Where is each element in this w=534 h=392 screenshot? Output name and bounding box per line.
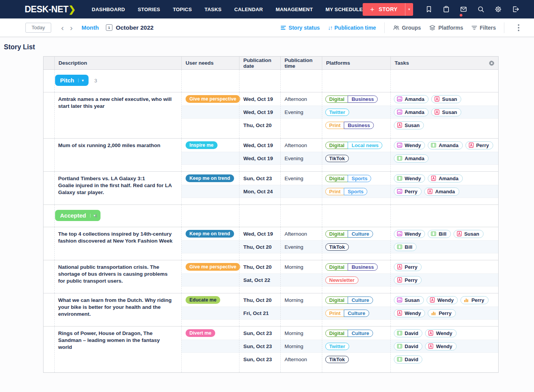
- platform-badge[interactable]: DigitalBusiness: [325, 263, 378, 271]
- task-chip[interactable]: Perry: [394, 276, 422, 284]
- task-chip[interactable]: Susan: [454, 230, 484, 238]
- user-need-badge[interactable]: Keep me on trend: [186, 230, 234, 238]
- task-chip[interactable]: Amanda: [424, 188, 459, 196]
- story-row[interactable]: Educate me Thu, Oct 20 Morning DigitalCu…: [44, 293, 498, 326]
- task-chip[interactable]: Perry: [394, 188, 422, 196]
- settings-gear-icon[interactable]: [494, 5, 502, 13]
- story-row[interactable]: Give me perspective Thu, Oct 20 Morning …: [44, 260, 498, 293]
- next-period-button[interactable]: ›: [70, 23, 73, 32]
- story-row[interactable]: Keep me on trend Sun, Oct 23 Evening Dig…: [44, 171, 498, 204]
- platform-badge[interactable]: DigitalSports: [325, 175, 371, 182]
- user-need-badge[interactable]: Inspire me: [186, 141, 218, 149]
- task-chip[interactable]: Perry: [460, 296, 488, 304]
- task-chip[interactable]: Perry: [428, 309, 455, 317]
- platform-badge[interactable]: Twitter: [325, 343, 349, 350]
- task-chip[interactable]: Bill: [394, 243, 417, 251]
- platforms-button[interactable]: Platforms: [429, 24, 463, 31]
- nav-item-stories[interactable]: STORIES: [138, 7, 160, 12]
- nav-item-tasks[interactable]: TASKS: [204, 7, 221, 12]
- task-chip[interactable]: Wendy: [394, 141, 425, 149]
- task-chip[interactable]: David: [394, 329, 422, 337]
- platform-badge[interactable]: Twitter: [325, 109, 349, 116]
- sort-publication-time[interactable]: ↓↑ Publication time: [328, 24, 376, 31]
- article-icon: [431, 176, 436, 181]
- task-chip[interactable]: Wendy: [425, 342, 456, 350]
- task-chip[interactable]: Susan: [394, 121, 424, 129]
- publication-date: Thu, Oct 20: [239, 244, 280, 250]
- filters-button[interactable]: Filters: [471, 25, 496, 31]
- task-chip[interactable]: Amanda: [428, 141, 462, 149]
- task-chip[interactable]: Wendy: [427, 296, 458, 304]
- nav-item-topics[interactable]: TOPICS: [173, 7, 192, 12]
- story-row[interactable]: Inspire me Wed, Oct 19 Afternoon Digital…: [44, 138, 498, 171]
- user-need-badge[interactable]: Educate me: [186, 296, 220, 304]
- sort-story-status[interactable]: Story status: [280, 25, 320, 31]
- article-icon: [428, 343, 434, 349]
- new-story-dropdown[interactable]: ▾: [405, 3, 413, 16]
- nav-item-my-schedule[interactable]: MY SCHEDULE: [326, 7, 363, 12]
- story-row[interactable]: Keep me on trend Wed, Oct 19 Afternoon D…: [44, 227, 498, 260]
- tasks-cell: Susan: [390, 121, 498, 129]
- task-chip[interactable]: Wendy: [394, 309, 425, 317]
- groups-button[interactable]: Groups: [393, 24, 421, 31]
- task-chip[interactable]: Susan: [431, 95, 461, 103]
- platform-badge[interactable]: DigitalBusiness: [325, 95, 378, 103]
- task-chip[interactable]: David: [394, 355, 422, 364]
- task-chip[interactable]: Amanda: [394, 154, 429, 162]
- clipboard-icon[interactable]: [442, 5, 450, 13]
- platform-badge[interactable]: TikTok: [325, 356, 349, 363]
- task-chip[interactable]: Bill: [428, 230, 450, 238]
- task-chip[interactable]: Perry: [465, 141, 493, 149]
- bookmark-icon[interactable]: [425, 5, 433, 13]
- app-logo[interactable]: DESK-NET❯: [25, 4, 75, 15]
- more-options-kebab[interactable]: [515, 23, 522, 33]
- task-assignee: Amanda: [405, 109, 424, 115]
- task-chip[interactable]: Amanda: [394, 95, 429, 103]
- nav-item-calendar[interactable]: CALENDAR: [234, 7, 263, 12]
- task-assignee: Wendy: [405, 310, 421, 316]
- user-need-badge[interactable]: Give me perspective: [186, 95, 240, 103]
- publication-time: Evening: [280, 244, 322, 250]
- prev-period-button[interactable]: ‹: [61, 23, 64, 32]
- status-group-pill[interactable]: Accepted▾: [55, 210, 100, 221]
- platform-badge[interactable]: PrintCulture: [325, 310, 369, 317]
- user-need-badge[interactable]: Keep me on trend: [186, 174, 234, 182]
- platform-badge[interactable]: DigitalCulture: [325, 330, 373, 337]
- header-user-needs: User needs: [181, 57, 239, 69]
- task-chip[interactable]: Amanda: [428, 174, 462, 183]
- task-chip[interactable]: Wendy: [394, 174, 425, 183]
- task-chip[interactable]: Perry: [394, 263, 422, 271]
- search-icon[interactable]: [477, 5, 485, 13]
- table-settings-gear-icon[interactable]: [489, 60, 495, 66]
- user-need-badge[interactable]: Give me perspective: [186, 263, 240, 271]
- logout-icon[interactable]: [512, 5, 519, 13]
- platform-badge[interactable]: DigitalLocal news: [325, 142, 382, 149]
- task-chip[interactable]: Susan: [394, 296, 424, 304]
- nav-item-dashboard[interactable]: DASHBOARD: [92, 7, 125, 12]
- task-assignee: Amanda: [405, 156, 424, 161]
- platforms-cell: TikTok: [322, 155, 390, 162]
- platforms-cell: Newsletter: [322, 276, 390, 284]
- platform-badge[interactable]: Newsletter: [325, 276, 358, 284]
- nav-item-management[interactable]: MANAGEMENT: [276, 7, 313, 12]
- platform-badge[interactable]: DigitalCulture: [325, 297, 373, 304]
- task-chip[interactable]: Amanda: [394, 108, 429, 116]
- platform-badge[interactable]: TikTok: [325, 155, 349, 162]
- platform-badge[interactable]: TikTok: [325, 243, 349, 251]
- task-chip[interactable]: Susan: [431, 108, 461, 116]
- task-chip[interactable]: Wendy: [425, 329, 456, 337]
- task-chip[interactable]: Wendy: [394, 230, 425, 238]
- story-row[interactable]: Divert me Sun, Oct 23 Morning DigitalCul…: [44, 326, 498, 372]
- calendar-day-icon[interactable]: 1: [106, 24, 112, 31]
- today-button[interactable]: Today: [25, 23, 51, 33]
- platform-badge[interactable]: PrintSports: [325, 188, 367, 195]
- platform-badge[interactable]: PrintBusiness: [325, 122, 374, 129]
- platform-badge[interactable]: DigitalCulture: [325, 230, 373, 238]
- new-story-button[interactable]: +STORY ▾: [363, 3, 413, 16]
- user-need-badge[interactable]: Divert me: [186, 329, 215, 337]
- notifications-mail[interactable]: [460, 5, 467, 13]
- status-group-pill[interactable]: Pitch▾: [55, 75, 89, 86]
- task-chip[interactable]: David: [394, 342, 422, 350]
- story-row[interactable]: Give me perspective Wed, Oct 19 Afternoo…: [44, 92, 498, 138]
- view-mode-month[interactable]: Month: [82, 24, 99, 31]
